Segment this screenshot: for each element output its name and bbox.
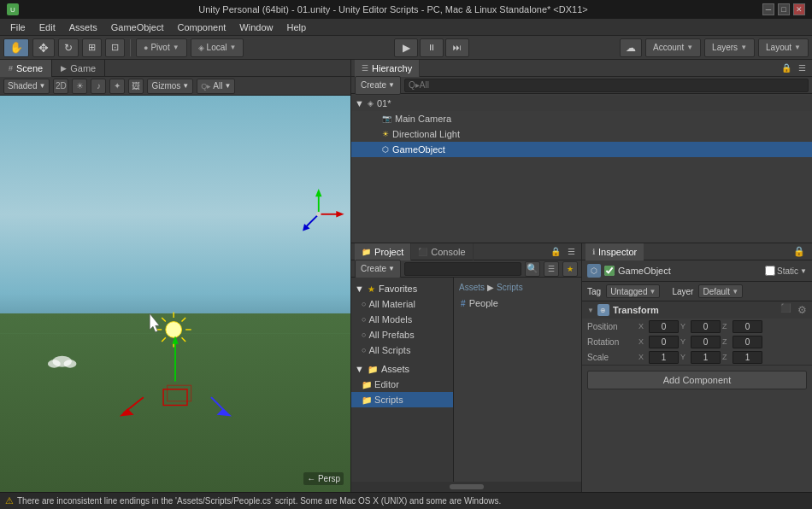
star-filter-btn[interactable]: ★ [562, 261, 578, 277]
position-y-value[interactable]: 0 [691, 320, 721, 333]
hierarchy-lock-icon[interactable]: 🔒 [780, 61, 793, 75]
fav-all-material[interactable]: ○ All Material [351, 296, 453, 312]
transform-copy-btn[interactable]: ⬛ [780, 303, 794, 317]
maximize-button[interactable]: □ [778, 3, 790, 15]
transform-gear-btn[interactable]: ⚙ [797, 304, 807, 316]
assets-editor-item[interactable]: 📁 Editor [351, 377, 453, 392]
fav-all-scripts[interactable]: ○ All Scripts [351, 342, 453, 358]
tab-hierarchy[interactable]: ☰ Hierarchy [355, 60, 420, 77]
project-toolbar: Create ▼ 🔍 ☰ ★ [351, 260, 581, 278]
cloud-button[interactable]: ☁ [620, 38, 642, 57]
hierarchy-create-btn[interactable]: Create ▼ [355, 76, 401, 95]
project-search-input[interactable] [404, 262, 521, 276]
tag-label: Tag [587, 287, 601, 296]
minimize-button[interactable]: ─ [762, 3, 774, 15]
layer-dropdown[interactable]: Default ▼ [698, 284, 743, 298]
sky-button[interactable]: 🖼 [128, 79, 144, 94]
tab-console[interactable]: ⬛ Console [411, 243, 473, 260]
layers-button[interactable]: Layers ▼ [704, 38, 755, 57]
all-dropdown[interactable]: Q▸ All ▼ [197, 79, 235, 94]
shaded-arrow: ▼ [38, 82, 45, 90]
main-camera-label: Main Camera [395, 114, 451, 124]
project-menu-icon[interactable]: ☰ [564, 245, 578, 259]
scene-ground [0, 313, 350, 492]
menu-window[interactable]: Window [232, 20, 279, 34]
hierarchy-menu-icon[interactable]: ☰ [795, 61, 809, 75]
menu-edit[interactable]: Edit [32, 20, 62, 34]
position-z-value[interactable]: 0 [733, 320, 762, 333]
assets-scripts-item[interactable]: 📁 Scripts [351, 392, 453, 407]
rotate-tool[interactable]: ↻ [58, 38, 79, 57]
pos-x-axis: X [638, 322, 647, 331]
layers-label: Layers [712, 43, 738, 52]
layout-button[interactable]: Layout ▼ [758, 38, 809, 57]
shaded-dropdown[interactable]: Shaded ▼ [3, 79, 50, 94]
rotation-z-value[interactable]: 0 [733, 336, 762, 348]
scale-x-field: X 1 [638, 351, 679, 364]
hierarchy-gameobject[interactable]: ⬡ GameObject [351, 142, 812, 157]
close-button[interactable]: ✕ [793, 3, 805, 15]
breadcrumb-arrow: ▶ [487, 283, 494, 292]
account-button[interactable]: Account ▼ [645, 38, 701, 57]
people-file[interactable]: # People [457, 295, 578, 311]
scene-viewport[interactable]: ← Persp [0, 96, 350, 492]
scale-x-value[interactable]: 1 [649, 351, 679, 364]
scene-toolbar: Shaded ▼ 2D ☀ ♪ ✦ 🖼 Gizmos ▼ Q▸ All ▼ [0, 77, 350, 96]
menu-file[interactable]: File [3, 20, 32, 34]
fav-all-models[interactable]: ○ All Models [351, 312, 453, 327]
rotation-y-value[interactable]: 0 [691, 336, 721, 348]
lighting-button[interactable]: ☀ [72, 79, 87, 94]
menu-gameobject[interactable]: GameObject [104, 20, 171, 34]
static-checkbox[interactable] [765, 266, 775, 276]
project-scrollbar-thumb[interactable] [450, 484, 484, 489]
window-controls[interactable]: ─ □ ✕ [762, 3, 805, 15]
local-button[interactable]: ◈ Local ▼ [191, 38, 244, 57]
breadcrumb-assets[interactable]: Assets [459, 283, 485, 292]
scale-tool[interactable]: ⊞ [82, 38, 102, 57]
tab-scene[interactable]: # Scene [0, 60, 52, 77]
transform-header[interactable]: ▼ ⊕ Transform ⬛ ⚙ [582, 301, 812, 319]
tab-game[interactable]: ▶ Game [52, 60, 105, 77]
menu-assets[interactable]: Assets [62, 20, 104, 34]
add-component-button[interactable]: Add Component [587, 371, 807, 389]
project-create-btn[interactable]: Create ▼ [355, 260, 401, 278]
scale-z-value[interactable]: 1 [733, 351, 762, 364]
tag-dropdown[interactable]: Untagged ▼ [606, 284, 660, 298]
gameobject-active-checkbox[interactable] [604, 266, 615, 276]
pivot-button[interactable]: ● Pivot ▼ [136, 38, 187, 57]
tab-project[interactable]: 📁 Project [355, 243, 411, 260]
project-lock-icon[interactable]: 🔒 [549, 245, 562, 259]
scene-root-item[interactable]: ▼ ◈ 01* [351, 96, 812, 111]
position-x-value[interactable]: 0 [649, 320, 679, 333]
filter-icon-btn[interactable]: ☰ [544, 261, 559, 277]
gizmos-dropdown[interactable]: Gizmos ▼ [147, 79, 193, 94]
play-button[interactable]: ▶ [394, 38, 418, 57]
move-tool[interactable]: ✥ [32, 38, 55, 57]
rotation-x-value[interactable]: 0 [649, 336, 679, 348]
fx-button[interactable]: ✦ [109, 79, 125, 94]
tab-inspector[interactable]: ℹ Inspector [585, 243, 644, 260]
pause-button[interactable]: ⏸ [420, 38, 444, 57]
search-icon-btn[interactable]: 🔍 [525, 261, 540, 277]
hand-tool[interactable]: ✋ [3, 38, 29, 57]
hierarchy-search-input[interactable] [404, 79, 809, 92]
breadcrumb-scripts[interactable]: Scripts [497, 283, 523, 292]
people-file-label: People [469, 298, 498, 308]
step-button[interactable]: ⏭ [445, 38, 469, 57]
menu-component[interactable]: Component [170, 20, 232, 34]
hierarchy-tab-bar: ☰ Hierarchy 🔒 ☰ [351, 60, 812, 77]
warning-icon: ⚠ [5, 495, 14, 506]
rect-tool[interactable]: ⊡ [105, 38, 125, 57]
menu-help[interactable]: Help [279, 20, 313, 34]
inspector-lock-btn[interactable]: 🔒 [790, 246, 809, 257]
add-component-label: Add Component [663, 375, 732, 385]
2d-button[interactable]: 2D [53, 79, 68, 94]
hierarchy-directional-light[interactable]: ☀ Directional Light [351, 126, 812, 142]
scale-y-value[interactable]: 1 [691, 351, 721, 364]
static-dropdown-arrow[interactable]: ▼ [800, 267, 807, 275]
audio-button[interactable]: ♪ [91, 79, 106, 94]
position-fields: X 0 Y 0 Z 0 [638, 320, 807, 333]
fav-all-prefabs[interactable]: ○ All Prefabs [351, 327, 453, 342]
project-content: ▼ ★ Favorites ○ All Material ○ All Model… [351, 278, 581, 482]
hierarchy-main-camera[interactable]: 📷 Main Camera [351, 111, 812, 126]
